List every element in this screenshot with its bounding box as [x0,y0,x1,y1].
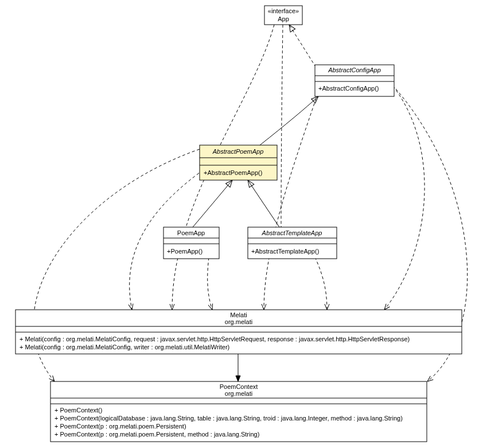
edge-abstracttemplateapp-melati [313,252,327,310]
abstractpoemapp-ctor: +AbstractPoemApp() [204,169,262,176]
melati-m1: + Melati(config : org.melati.MelatiConfi… [20,336,410,342]
edge-abstracttemplateapp-abstractpoemapp [248,180,279,227]
edge-abstractconfigapp-melati-right [384,86,425,310]
class-poemapp: PoemApp +PoemApp() [163,227,219,259]
poemcontext-m4: + PoemContext(p : org.melati.poem.Persis… [54,431,259,438]
app-stereotype: «interface» [268,7,299,14]
app-name: App [278,15,289,22]
edge-app-abstracttemplateapp-side [281,25,283,227]
class-abstractconfigapp: AbstractConfigApp +AbstractConfigApp() [315,65,394,96]
melati-pkg: org.melati [225,318,252,325]
abstractconfigapp-ctor: +AbstractConfigApp() [318,85,379,92]
melati-name: Melati [230,311,247,318]
abstracttemplateapp-name: AbstractTemplateApp [262,229,322,236]
edge-abstractpoemapp-abstractconfigapp [260,96,318,145]
poemcontext-name: PoemContext [220,383,258,390]
edge-abstractconfigapp-melati [264,94,318,310]
class-app: «interface» App [264,6,302,25]
edge-poemapp-melati [208,252,212,310]
poemcontext-m3: + PoemContext(p : org.melati.poem.Persis… [54,423,186,430]
class-abstracttemplateapp: AbstractTemplateApp +AbstractTemplateApp… [248,227,337,259]
edge-poemapp-abstractpoemapp [193,180,232,227]
class-abstractpoemapp: AbstractPoemApp +AbstractPoemApp() [200,145,277,180]
poemcontext-m1: + PoemContext() [54,407,102,414]
poemcontext-m2: + PoemContext(logicalDatabase : java.lan… [54,415,403,422]
poemapp-ctor: +PoemApp() [167,248,202,255]
abstractpoemapp-name: AbstractPoemApp [212,148,264,155]
melati-m2: + Melati(config : org.melati.MelatiConfi… [20,344,229,350]
abstracttemplateapp-ctor: +AbstractTemplateApp() [251,248,319,255]
abstractconfigapp-name: AbstractConfigApp [328,67,381,73]
class-poemcontext: PoemContext org.melati + PoemContext() +… [50,381,427,442]
class-melati: Melati org.melati + Melati(config : org.… [15,310,462,354]
poemcontext-pkg: org.melati [225,390,252,397]
poemapp-name: PoemApp [177,229,205,236]
